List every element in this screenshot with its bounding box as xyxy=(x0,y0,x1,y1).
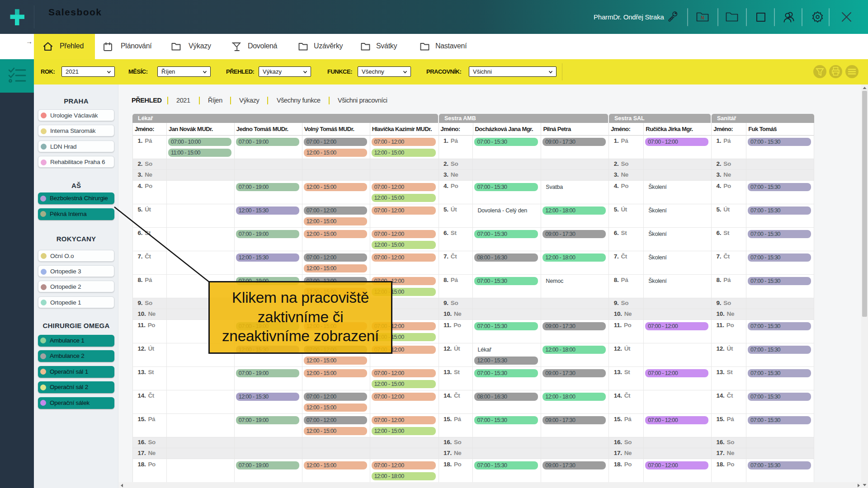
svg-text:N: N xyxy=(701,15,704,20)
